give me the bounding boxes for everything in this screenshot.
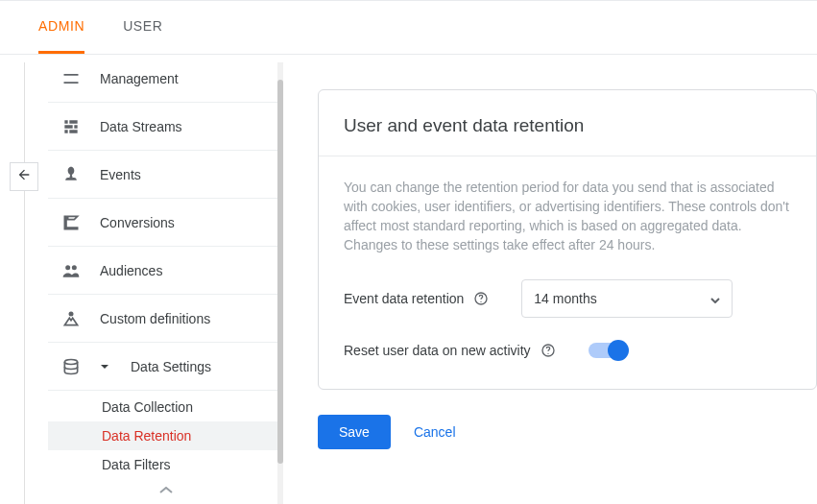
toggle-knob: [608, 340, 629, 361]
subnav-data-collection[interactable]: Data Collection: [48, 393, 283, 421]
help-icon[interactable]: [541, 343, 556, 358]
event-retention-label: Event data retention: [344, 291, 464, 306]
custom-definitions-icon: [60, 307, 83, 330]
svg-point-5: [481, 301, 482, 302]
data-streams-icon: [60, 115, 83, 138]
tab-admin[interactable]: ADMIN: [38, 1, 84, 54]
caret-down-icon: [100, 362, 109, 372]
event-retention-select[interactable]: 14 months: [521, 279, 733, 318]
back-button[interactable]: [10, 162, 38, 191]
management-icon: [60, 67, 83, 90]
reset-activity-row: Reset user data on new activity: [344, 343, 791, 358]
nav-label: Data Settings: [131, 359, 211, 374]
events-icon: [60, 163, 83, 186]
nav-label: Conversions: [100, 215, 175, 230]
more-nav[interactable]: [48, 481, 283, 502]
sidebar: Management Data Streams Events Conversio…: [48, 55, 283, 504]
nav-item-audiences[interactable]: Audiences: [48, 247, 283, 295]
nav-item-data-settings[interactable]: Data Settings: [48, 343, 283, 391]
conversions-icon: [60, 211, 83, 234]
card-description: You can change the retention period for …: [344, 178, 791, 254]
data-settings-icon: [60, 355, 83, 378]
sidebar-scrollbar[interactable]: [277, 62, 283, 504]
nav-label: Custom definitions: [100, 311, 210, 326]
chevron-down-icon: [710, 291, 720, 306]
nav-item-custom-definitions[interactable]: Custom definitions: [48, 295, 283, 343]
subnav-data-retention[interactable]: Data Retention: [48, 421, 283, 450]
audiences-icon: [60, 259, 83, 282]
svg-point-1: [72, 265, 77, 270]
action-bar: Save Cancel: [318, 415, 817, 449]
vertical-connector: [24, 62, 25, 504]
reset-activity-toggle[interactable]: [589, 343, 627, 358]
nav-item-events[interactable]: Events: [48, 151, 283, 199]
arrow-left-icon: [16, 167, 32, 186]
cancel-button[interactable]: Cancel: [414, 424, 456, 440]
card-title: User and event data retention: [319, 90, 816, 156]
svg-point-2: [69, 311, 74, 316]
nav-label: Management: [100, 71, 179, 86]
help-icon[interactable]: [473, 291, 489, 306]
nav-item-data-streams[interactable]: Data Streams: [48, 103, 283, 151]
svg-point-3: [64, 359, 77, 364]
retention-card: User and event data retention You can ch…: [318, 89, 817, 390]
data-settings-subnav: Data Collection Data Retention Data Filt…: [48, 391, 283, 481]
svg-point-0: [65, 265, 70, 270]
subnav-data-filters[interactable]: Data Filters: [48, 450, 283, 479]
select-value: 14 months: [534, 291, 596, 306]
nav-item-conversions[interactable]: Conversions: [48, 199, 283, 247]
nav-label: Events: [100, 167, 141, 182]
nav-label: Audiences: [100, 263, 162, 278]
reset-activity-label: Reset user data on new activity: [344, 343, 531, 358]
event-retention-row: Event data retention 14 months: [344, 279, 791, 318]
tab-user[interactable]: USER: [123, 1, 162, 54]
nav-label: Data Streams: [100, 119, 182, 134]
sidebar-scrollbar-thumb[interactable]: [277, 80, 283, 464]
back-column: [0, 55, 48, 504]
nav-item-management[interactable]: Management: [48, 55, 283, 103]
svg-point-7: [547, 353, 548, 354]
save-button[interactable]: Save: [318, 415, 391, 449]
main-content: User and event data retention You can ch…: [283, 55, 817, 504]
tab-bar: ADMIN USER: [0, 1, 817, 55]
